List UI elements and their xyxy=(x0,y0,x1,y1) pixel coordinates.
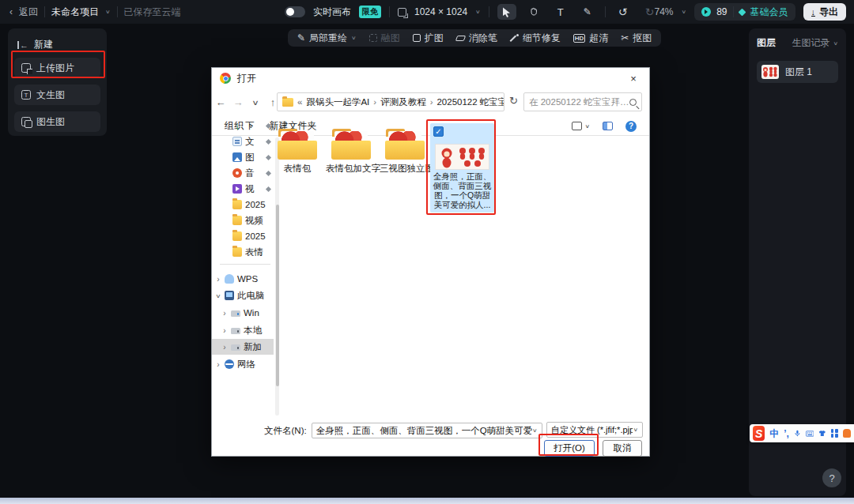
chevron-right-icon[interactable]: › xyxy=(215,275,221,284)
cursor-tool-button[interactable] xyxy=(497,4,516,20)
file-folder[interactable]: 表情包加文字 xyxy=(326,128,376,175)
emoji-icon[interactable] xyxy=(843,429,851,438)
undo-button[interactable]: ↺ xyxy=(614,4,633,20)
file-folder[interactable]: 三视图独立图片 xyxy=(380,128,430,175)
tree-item-folder[interactable]: 2025 xyxy=(212,228,274,244)
breadcrumb-segment[interactable]: 跟锅头一起学AI xyxy=(306,96,369,108)
sidebar-item-label: 文生图 xyxy=(36,88,65,102)
tree-item-this-pc[interactable]: ∨此电脑 xyxy=(212,288,274,303)
text-tool-button[interactable]: T xyxy=(551,4,570,20)
sidebar-item-image-to-image[interactable]: 图生图 xyxy=(14,111,100,132)
tree-item-pictures[interactable]: 图 xyxy=(212,149,274,165)
breadcrumb-segment[interactable]: 评测及教程 xyxy=(380,96,426,108)
tree-item-folder[interactable]: 2025 xyxy=(212,197,274,213)
divider xyxy=(733,6,734,17)
breadcrumb-segment[interactable]: 20250122 蛇宝宝拜年表情包 xyxy=(436,96,504,108)
punctuation-icon[interactable]: ’, xyxy=(784,429,789,438)
chevron-right-icon[interactable]: › xyxy=(221,343,228,352)
export-label: 导出 xyxy=(819,6,838,19)
chevron-down-icon[interactable]: ∨ xyxy=(475,9,481,15)
tree-item-drive-new[interactable]: ›新加 xyxy=(212,339,274,355)
canvas-size[interactable]: 1024 × 1024 xyxy=(414,6,467,17)
tree-item-downloads[interactable]: ↓下 xyxy=(212,118,274,134)
filename-input[interactable]: 全身照，正面、侧面、背面三视图，一个Q萌甜美可爱的拟人化蛇宝宝，精致的五 ∨ xyxy=(312,423,542,438)
tree-item-videos[interactable]: 视 xyxy=(212,181,274,197)
zoom-level[interactable]: 74% xyxy=(655,6,674,17)
upscale-button[interactable]: HD 超清 xyxy=(573,32,609,45)
refresh-icon[interactable]: ↻ xyxy=(509,95,518,107)
free-badge: 限免 xyxy=(359,6,381,18)
toolbox-icon[interactable] xyxy=(831,429,838,438)
layer-thumbnail xyxy=(761,65,779,79)
tree-item-folder[interactable]: 视频 xyxy=(212,213,274,228)
export-button[interactable]: ↓ 导出 xyxy=(803,3,847,21)
chinese-mode-icon[interactable]: 中 xyxy=(769,429,779,438)
eraser-icon xyxy=(455,36,466,41)
chevron-down-icon[interactable]: ∨ xyxy=(215,292,221,299)
nav-back-icon[interactable]: ← xyxy=(212,96,229,108)
tree-scrollbar[interactable] xyxy=(275,137,279,416)
preview-pane-button[interactable] xyxy=(603,122,613,130)
account-pill[interactable]: 89 基础会员 xyxy=(694,3,795,21)
back-button[interactable]: 返回 xyxy=(19,6,38,19)
inpaint-button[interactable]: ✎ 局部重绘 ∨ xyxy=(297,32,357,45)
pen-tool-button[interactable]: ✎ xyxy=(578,4,597,20)
chevron-right-icon: › xyxy=(373,97,376,107)
cancel-button[interactable]: 取消 xyxy=(603,440,642,457)
detail-repair-button[interactable]: 细节修复 xyxy=(510,32,561,45)
hand-tool-button[interactable] xyxy=(524,4,543,20)
realtime-canvas-toggle[interactable] xyxy=(285,6,305,17)
computer-icon xyxy=(225,291,234,300)
chevron-down-icon: ∨ xyxy=(584,123,590,129)
download-icon: ↓ xyxy=(232,121,242,130)
address-bar[interactable]: « 跟锅头一起学AI › 评测及教程 › 20250122 蛇宝宝拜年表情包 ›… xyxy=(277,92,504,111)
new-label[interactable]: 新建 xyxy=(34,38,53,51)
chevron-right-icon[interactable]: › xyxy=(221,309,228,318)
drive-icon xyxy=(231,328,240,334)
skin-tshirt-icon[interactable] xyxy=(818,429,826,438)
search-input[interactable]: 在 20250122 蛇宝宝拜年表... xyxy=(523,92,642,111)
tree-item-wps[interactable]: ›WPS xyxy=(212,271,274,287)
search-icon xyxy=(629,99,637,106)
collapse-icon[interactable]: ← xyxy=(17,41,28,49)
generation-history-button[interactable]: 生图记录 ∨ xyxy=(792,36,838,50)
layer-item[interactable]: 图层 1 xyxy=(757,61,838,83)
file-folder[interactable]: 表情包 xyxy=(272,128,323,175)
chevron-right-icon[interactable]: › xyxy=(215,360,221,369)
chevron-down-icon[interactable]: ∨ xyxy=(682,9,687,15)
keyboard-icon[interactable] xyxy=(806,430,814,438)
dialog-title-bar[interactable]: 打开 xyxy=(212,68,649,88)
dialog-title: 打开 xyxy=(237,72,256,85)
top-bar: ‹ 返回 未命名项目 ∨ 已保存至云端 实时画布 限免 1024 × 1024 … xyxy=(0,0,854,24)
nav-recent-icon[interactable]: ∨ xyxy=(247,98,264,107)
chevron-down-icon[interactable]: ∨ xyxy=(105,9,111,15)
cutout-button[interactable]: ✂ 抠图 xyxy=(621,32,652,45)
view-mode-button[interactable]: ∨ xyxy=(572,122,590,130)
nav-forward-icon[interactable]: → xyxy=(229,96,247,108)
sogou-logo-icon[interactable]: S xyxy=(753,426,765,441)
tree-item-drive-windows[interactable]: ›Win xyxy=(212,305,274,321)
help-button[interactable]: ? xyxy=(822,468,841,487)
sidebar-item-text-to-image[interactable]: T 文生图 xyxy=(14,85,100,105)
microphone-icon[interactable] xyxy=(794,428,801,438)
project-name[interactable]: 未命名项目 xyxy=(51,6,99,19)
divider xyxy=(605,6,606,17)
tree-item-folder[interactable]: 表情 xyxy=(212,244,274,260)
eraser-pen-button[interactable]: 消除笔 xyxy=(456,32,497,45)
tree-item-drive-local[interactable]: ›本地 xyxy=(212,322,274,338)
search-placeholder: 在 20250122 蛇宝宝拜年表... xyxy=(529,96,629,108)
tree-item-network[interactable]: ›网络 xyxy=(212,356,274,372)
tree-item-music[interactable]: 音 xyxy=(212,165,274,181)
chevron-down-icon[interactable]: ∨ xyxy=(532,428,538,434)
membership-label[interactable]: 基础会员 xyxy=(750,6,788,19)
annotation-box-open-button xyxy=(538,434,599,456)
dialog-help-button[interactable]: ? xyxy=(625,121,637,132)
chevron-right-icon[interactable]: › xyxy=(221,326,228,335)
download-icon: ↓ xyxy=(811,8,816,17)
outpaint-button[interactable]: 扩图 xyxy=(413,32,444,45)
tree-item-documents[interactable]: 文 xyxy=(212,134,274,149)
hand-icon xyxy=(529,7,538,17)
ime-toolbar[interactable]: S 中 ’, xyxy=(750,424,854,442)
folder-icon xyxy=(232,247,242,257)
dialog-close-button[interactable]: × xyxy=(618,68,649,88)
